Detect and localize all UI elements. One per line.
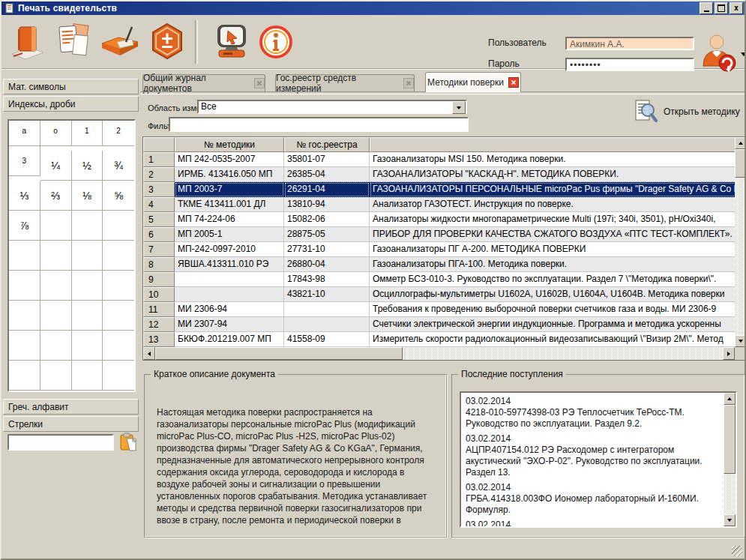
symbol-cell[interactable]	[72, 211, 103, 241]
arrivals-listbox[interactable]: 03.02.20144218-010-59774398-03 РЭ Теплос…	[460, 391, 737, 528]
row-number-cell[interactable]: 2	[143, 167, 175, 182]
table-row[interactable]: 8ЯВША.413311.010 РЭ26880-04Газоанализато…	[143, 257, 746, 272]
sign-tray-icon[interactable]	[99, 22, 141, 61]
filter-input[interactable]	[169, 117, 469, 132]
scroll-up-button[interactable]	[735, 137, 746, 149]
header-row-number[interactable]	[143, 137, 175, 152]
symbol-cell[interactable]	[103, 301, 134, 331]
method-number-cell[interactable]: ИРМБ. 413416.050 МП	[175, 167, 284, 182]
symbol-cell[interactable]	[72, 301, 103, 331]
description-cell[interactable]: Измеритель скорости радиолокационный вид…	[370, 332, 746, 347]
arrivals-scrollbar[interactable]	[724, 393, 736, 526]
maximize-button[interactable]	[715, 2, 728, 14]
arrivals-scroll-down-button[interactable]	[724, 514, 736, 526]
row-number-cell[interactable]: 11	[143, 302, 175, 317]
arrivals-scroll-up-button[interactable]	[724, 393, 736, 405]
horizontal-scroll-thumb[interactable]	[155, 347, 403, 360]
symbol-cell[interactable]	[103, 241, 134, 271]
row-number-cell[interactable]: 1	[143, 152, 175, 167]
method-number-cell[interactable]: ЯВША.413311.010 РЭ	[175, 257, 284, 272]
registry-number-cell[interactable]: 28875-05	[284, 227, 370, 242]
row-number-cell[interactable]: 6	[143, 227, 175, 242]
symbol-cell[interactable]	[72, 271, 103, 301]
method-number-cell[interactable]: МП 2003-7	[175, 182, 284, 197]
scroll-left-button[interactable]	[143, 347, 155, 360]
symbol-cell[interactable]	[9, 241, 40, 271]
symbol-cell[interactable]	[40, 331, 72, 361]
registry-number-cell[interactable]: 17843-98	[284, 272, 370, 287]
symbol-cell[interactable]: ½	[72, 151, 103, 181]
symbol-cell[interactable]	[72, 361, 103, 391]
row-number-cell[interactable]: 13	[143, 332, 175, 347]
tab-close-icon[interactable]	[254, 78, 265, 88]
sidebar-section-greek-alphabet[interactable]: Греч. алфавит	[3, 399, 139, 415]
header-registry-number[interactable]: № гос.реестра	[284, 137, 370, 152]
description-cell[interactable]: Газоанализаторы ПГА-100. Методика поверк…	[370, 257, 746, 272]
table-row[interactable]: 7МП-242-0997-201027731-10Газоанализаторы…	[143, 242, 746, 257]
method-number-cell[interactable]: БКЮФ.201219.007 МП	[175, 332, 284, 347]
tab-2[interactable]: Гос.реестр средств измерений	[275, 74, 415, 91]
symbol-cell[interactable]: ⅔	[40, 181, 72, 211]
description-cell[interactable]: ПРИБОР ДЛЯ ПРОВЕРКИ КАЧЕСТВА СЖАТОГО ВОЗ…	[370, 227, 746, 242]
symbol-cell[interactable]	[40, 361, 72, 391]
method-number-cell[interactable]: МИ 2307-94	[175, 317, 284, 332]
symbol-cell[interactable]: o	[40, 119, 72, 146]
close-button[interactable]: x	[730, 2, 743, 14]
symbol-clipboard-input[interactable]	[7, 434, 114, 451]
scroll-down-button[interactable]	[735, 335, 746, 347]
row-number-cell[interactable]: 5	[143, 212, 175, 227]
symbol-cell[interactable]: 2	[103, 119, 134, 146]
resize-grip[interactable]	[732, 546, 742, 556]
registry-number-cell[interactable]: 26880-04	[284, 257, 370, 272]
list-item[interactable]: 03.02.2014АЦПР.407154.012 РЭ Расходомер …	[466, 433, 719, 478]
table-row[interactable]: 13БКЮФ.201219.007 МП41558-09Измеритель с…	[143, 332, 746, 347]
registry-number-cell[interactable]: 26385-04	[284, 167, 370, 182]
symbol-cell[interactable]	[72, 241, 103, 271]
registry-number-cell[interactable]: 41558-09	[284, 332, 370, 347]
symbol-cell[interactable]	[9, 331, 40, 361]
symbol-cell[interactable]	[9, 301, 40, 331]
table-row[interactable]: 11МИ 2306-94Требования к проведению выбо…	[143, 302, 746, 317]
documents-icon[interactable]	[55, 22, 90, 62]
table-row[interactable]: 2ИРМБ. 413416.050 МП26385-04ГАЗОАНАЛИЗАТ…	[143, 167, 746, 182]
header-method-number[interactable]: № методики	[175, 137, 284, 152]
description-cell[interactable]: ГАЗОАНАЛИЗАТОРЫ "КАСКАД-Н". МЕТОДИКА ПОВ…	[370, 167, 746, 182]
open-method-button[interactable]: Открыть методику	[629, 97, 745, 126]
symbol-cell[interactable]	[40, 211, 72, 241]
table-row[interactable]: 1МП 242-0535-200735801-07Газоанализаторы…	[143, 152, 746, 167]
symbol-cell[interactable]: 3	[9, 146, 40, 176]
symbol-cell[interactable]: ⅞	[9, 211, 40, 241]
row-number-cell[interactable]: 3	[143, 182, 175, 197]
row-number-cell[interactable]: 9	[143, 272, 175, 287]
symbol-cell[interactable]	[9, 271, 40, 301]
method-number-cell[interactable]: МИ 2306-94	[175, 302, 284, 317]
registry-number-cell[interactable]	[284, 317, 370, 332]
table-vertical-scrollbar[interactable]	[735, 137, 746, 347]
list-item[interactable]: 03.02.2014ГРБА.414318.003ФО Иономер лабо…	[466, 482, 719, 516]
method-number-cell[interactable]: МП 2005-1	[175, 227, 284, 242]
sidebar-section-indices-fractions[interactable]: Индексы, дроби	[3, 96, 139, 112]
description-cell[interactable]: Счетчики электрической энергии индукцион…	[370, 317, 746, 332]
method-number-cell[interactable]: МП 242-0535-2007	[175, 152, 284, 167]
row-number-cell[interactable]: 10	[143, 287, 175, 302]
symbol-cell[interactable]: ¾	[103, 151, 134, 181]
description-cell[interactable]: Газоанализаторы MSI 150. Методика поверк…	[370, 152, 746, 167]
description-cell[interactable]: ГАЗОАНАЛИЗАТОРЫ ПЕРСОНАЛЬНЫЕ microPac Pu…	[370, 182, 746, 197]
symbol-cell[interactable]: ¼	[40, 151, 72, 181]
row-number-cell[interactable]: 4	[143, 197, 175, 212]
table-horizontal-scrollbar[interactable]	[143, 347, 735, 360]
registry-number-cell[interactable]: 35801-07	[284, 152, 370, 167]
paste-button[interactable]	[118, 433, 138, 452]
row-number-cell[interactable]: 8	[143, 257, 175, 272]
row-number-cell[interactable]: 12	[143, 317, 175, 332]
plusminus-hexagon-icon[interactable]	[150, 22, 184, 61]
symbol-cell[interactable]	[103, 361, 134, 391]
info-icon[interactable]	[259, 24, 292, 60]
description-cell[interactable]: Требования к проведению выборочной повер…	[370, 302, 746, 317]
vertical-scroll-thumb[interactable]	[735, 149, 746, 178]
method-number-cell[interactable]: ТКМЕ 413411.001 ДЛ	[175, 197, 284, 212]
symbol-cell[interactable]: ⅛	[72, 181, 103, 211]
registry-number-cell[interactable]: 27731-10	[284, 242, 370, 257]
symbol-cell[interactable]	[40, 301, 72, 331]
symbol-cell[interactable]: 1	[72, 119, 103, 146]
